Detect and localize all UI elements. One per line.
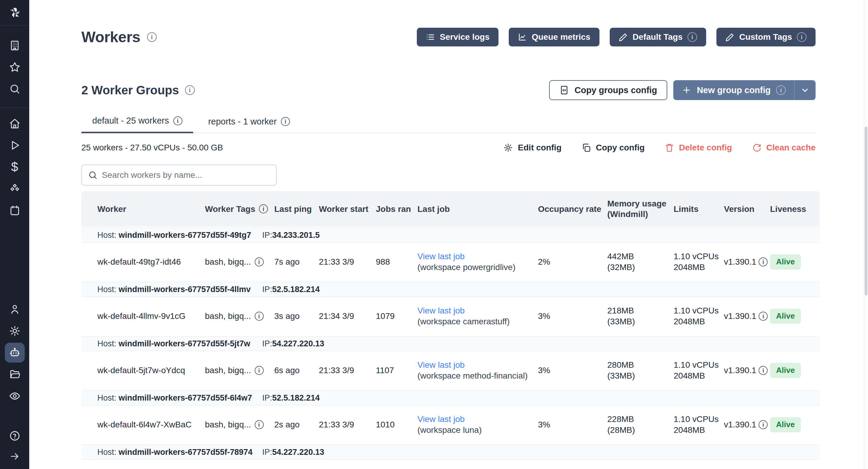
last-ping: 3s ago <box>274 311 319 322</box>
queue-metrics-button[interactable]: Queue metrics <box>509 28 599 46</box>
info-icon[interactable]: i <box>797 32 807 42</box>
host-row: Host: windmill-workers-67757d55f-4llmvIP… <box>82 282 820 297</box>
memory-total: 442MB <box>607 251 669 262</box>
info-icon[interactable]: i <box>255 257 264 267</box>
sidebar-divider <box>0 25 29 26</box>
copy-groups-config-button[interactable]: Copy groups config <box>549 80 667 100</box>
folder-icon[interactable] <box>0 364 29 385</box>
info-icon[interactable]: i <box>173 116 182 125</box>
gear-icon[interactable] <box>0 320 29 342</box>
info-icon[interactable]: i <box>185 85 195 95</box>
liveness-badge: Alive <box>770 254 801 270</box>
help-icon[interactable] <box>0 425 29 447</box>
sidebar-divider <box>0 107 29 108</box>
windmill-logo[interactable] <box>8 0 22 25</box>
info-icon[interactable]: i <box>259 205 268 213</box>
info-icon[interactable]: i <box>687 32 697 42</box>
default-tags-button[interactable]: Default Tags i <box>610 28 706 46</box>
view-last-job-link[interactable]: View last job <box>417 251 533 262</box>
play-icon[interactable] <box>0 134 29 156</box>
new-group-config-dropdown[interactable] <box>794 80 815 100</box>
worker-start: 21:33 3/9 <box>319 419 376 430</box>
host-ip: IP:52.5.182.214 <box>262 393 320 403</box>
worker-tags-text: bash, bigq... <box>205 311 251 322</box>
memory-total: 218MB <box>607 305 669 316</box>
trash-icon <box>664 143 674 153</box>
last-job: View last job(workspace powergridlive) <box>417 251 538 273</box>
limit-memory: 2048MB <box>674 316 719 327</box>
home-icon[interactable] <box>0 113 29 134</box>
info-icon[interactable]: i <box>255 420 264 429</box>
limit-memory: 2048MB <box>674 370 719 381</box>
column-header: Worker <box>82 204 205 214</box>
host-name: Host: windmill-workers-67757d55f-4llmv <box>82 285 262 294</box>
custom-tags-button[interactable]: Custom Tags i <box>716 28 815 46</box>
worker-name: wk-default-4llmv-9v1cG <box>82 311 205 322</box>
info-icon[interactable]: i <box>255 366 264 375</box>
new-group-config-button[interactable]: New group config i <box>673 80 815 100</box>
memory-windmill: (32MB) <box>607 262 669 273</box>
service-logs-button[interactable]: Service logs <box>417 28 498 46</box>
scrollbar-track[interactable] <box>864 0 868 469</box>
worker-tags-text: bash, bigq... <box>205 365 251 376</box>
info-icon[interactable]: i <box>281 117 290 126</box>
info-icon[interactable]: i <box>758 420 768 429</box>
host-name: Host: windmill-workers-67757d55f-5jt7w <box>82 339 262 348</box>
worker-row: wk-default-6l4w7-XwBaCbash, bigq...i2s a… <box>82 405 820 444</box>
info-icon[interactable]: i <box>255 312 264 321</box>
limits: 1.10 vCPUs2048MB <box>674 251 724 273</box>
info-icon[interactable]: i <box>758 257 768 267</box>
clean-cache-button[interactable]: Clean cache <box>752 143 815 153</box>
last-job-workspace: (workspace luna) <box>417 425 533 436</box>
edit-config-button[interactable]: Edit config <box>503 143 561 153</box>
info-icon[interactable]: i <box>758 366 768 375</box>
host-name: Host: windmill-workers-67757d55f-78974 <box>82 447 262 457</box>
eye-icon[interactable] <box>0 385 29 407</box>
arrow-right-icon[interactable] <box>0 447 29 466</box>
view-last-job-link[interactable]: View last job <box>417 359 533 370</box>
host-ip: IP:52.5.182.214 <box>262 285 320 294</box>
column-header: Worker start <box>319 204 376 214</box>
last-job: View last job(workspace camerastuff) <box>417 305 538 327</box>
liveness: Alive <box>770 417 820 432</box>
info-icon[interactable]: i <box>147 32 157 42</box>
info-icon[interactable]: i <box>758 312 768 321</box>
host-name: Host: windmill-workers-67757d55f-49tg7 <box>82 230 262 240</box>
user-icon[interactable] <box>0 299 29 320</box>
worker-row: wk-default-49tg7-idt46bash, bigq...i7s a… <box>82 243 820 281</box>
robot-worker-icon[interactable] <box>5 343 25 363</box>
view-last-job-link[interactable]: View last job <box>417 414 533 425</box>
host-ip: IP:54.227.220.13 <box>262 447 324 457</box>
tab-reports[interactable]: reports - 1 worker i <box>197 116 301 133</box>
version-text: v1.390.1 <box>724 419 756 430</box>
liveness-badge: Alive <box>770 363 801 378</box>
limits: 1.10 vCPUs2048MB <box>674 305 724 327</box>
jobs-ran: 988 <box>376 256 417 268</box>
last-job: View last job(workspace luna) <box>417 414 538 436</box>
copy-config-button[interactable]: Copy config <box>581 143 645 153</box>
search-workers-input[interactable] <box>82 164 277 186</box>
tab-default[interactable]: default - 25 workers i <box>82 116 193 133</box>
calendar-icon[interactable] <box>0 199 29 221</box>
liveness: Alive <box>770 363 820 378</box>
buildings-icon[interactable] <box>0 35 29 56</box>
delete-config-button[interactable]: Delete config <box>664 143 732 153</box>
worker-tags: bash, bigq...i <box>205 256 274 268</box>
copy-icon <box>581 143 591 153</box>
column-header: Occupancy rate <box>538 204 607 214</box>
liveness: Alive <box>770 254 820 270</box>
scrollbar-thumb[interactable] <box>865 127 867 295</box>
memory-usage: 442MB(32MB) <box>607 251 674 273</box>
chart-icon <box>518 33 527 41</box>
host-row: Host: windmill-workers-67757d55f-6l4w7IP… <box>82 390 820 405</box>
star-icon[interactable] <box>0 56 29 78</box>
info-icon[interactable]: i <box>776 85 786 95</box>
view-last-job-link[interactable]: View last job <box>417 305 533 316</box>
worker-name: wk-default-5jt7w-oYdcq <box>82 365 205 376</box>
cubes-icon[interactable] <box>0 178 29 199</box>
search-icon[interactable] <box>0 78 29 100</box>
dollar-icon[interactable]: $ <box>0 156 29 178</box>
column-header: Last ping <box>274 204 319 214</box>
file-code-icon <box>559 85 569 95</box>
liveness-badge: Alive <box>770 417 801 432</box>
